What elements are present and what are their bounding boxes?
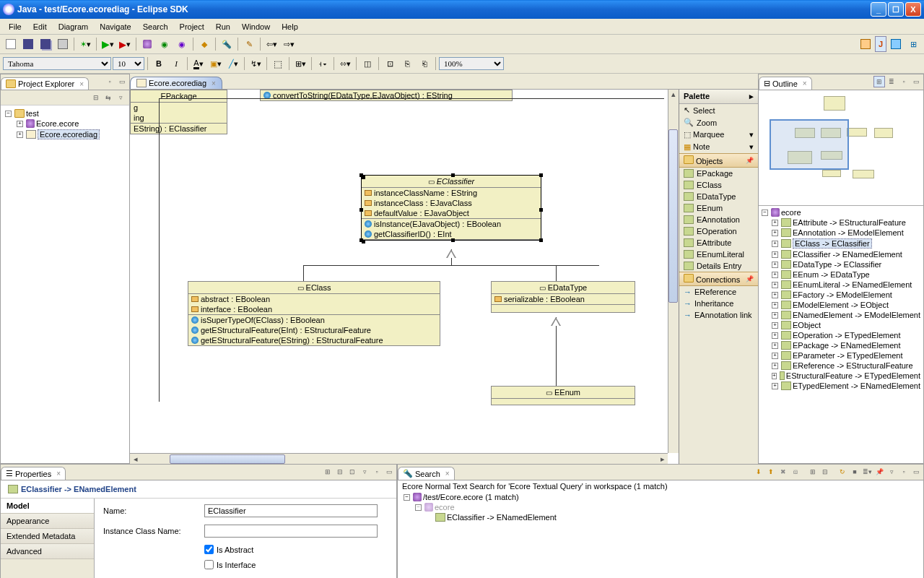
prop-tab-model[interactable]: Model (1, 499, 94, 514)
tree-node-label[interactable]: Ecore.ecorediag (38, 129, 100, 139)
prop-tab-extended-metadata[interactable]: Extended Metadata (1, 529, 94, 544)
arrange-button[interactable]: ⊞▾ (292, 56, 308, 72)
menu-help[interactable]: Help (276, 21, 304, 33)
vertical-scrollbar[interactable]: ▴ (668, 90, 679, 453)
expand-toggle[interactable]: + (772, 363, 778, 369)
uml-class-eclassifier[interactable]: ▭EClassifier instanceClassName : EString… (361, 175, 541, 241)
minimize-view-button[interactable]: ▫ (371, 466, 383, 478)
outline-item[interactable]: +EClass -> EClassifier (770, 238, 922, 249)
palette-objects-category[interactable]: Objects📌 (679, 153, 758, 168)
cancel-button[interactable]: ■ (849, 466, 860, 478)
palette-item-eattribute[interactable]: EAttribute (679, 237, 758, 249)
uml-class-edatatype[interactable]: ▭EDataType serializable : EBoolean (491, 281, 635, 313)
maximize-view-button[interactable]: ▭ (910, 76, 922, 87)
expand-toggle[interactable]: − (5, 111, 12, 117)
is-interface-checkbox[interactable] (204, 560, 214, 569)
attr-label[interactable]: instanceClass : EJavaClass (374, 199, 472, 207)
attr-label[interactable]: serializable : EBoolean (504, 295, 585, 303)
new-class-button[interactable]: ◉ (157, 36, 173, 52)
open-perspective-button[interactable] (858, 36, 873, 52)
close-button[interactable]: X (905, 2, 921, 17)
save-all-button[interactable] (38, 36, 53, 52)
expand-toggle[interactable]: + (772, 262, 778, 268)
palette-note[interactable]: ▦ Note▾ (679, 141, 758, 153)
link-editor-button[interactable]: ⇆ (103, 92, 114, 103)
expand-toggle[interactable]: + (772, 282, 778, 288)
palette-marquee[interactable]: ⬚ Marquee▾ (679, 129, 758, 141)
prop-tab-appearance[interactable]: Appearance (1, 514, 94, 529)
palette-item-inheritance[interactable]: →Inheritance (679, 298, 758, 309)
op-label[interactable]: getEStructuralFeature(EString) : EStruct… (201, 336, 383, 345)
history-button[interactable]: ≣▾ (861, 466, 873, 478)
select-tool-button[interactable]: ⬚ (270, 56, 286, 72)
minimize-button[interactable]: _ (871, 2, 886, 17)
expand-toggle[interactable]: + (772, 342, 778, 349)
pin-icon[interactable]: 📌 (746, 157, 754, 164)
expand-toggle[interactable]: + (17, 131, 23, 138)
distribute-button[interactable]: ⬄▾ (337, 56, 353, 72)
java-perspective[interactable]: J (875, 36, 886, 52)
op-label[interactable]: getEStructuralFeature(EInt) : EStructura… (201, 326, 371, 335)
class-name[interactable]: EEnum (554, 388, 580, 397)
print-button[interactable] (55, 36, 71, 52)
expand-toggle[interactable]: + (772, 332, 778, 339)
palette-item-eenum[interactable]: EEnum (679, 202, 758, 214)
expand-toggle[interactable]: + (772, 230, 778, 236)
expand-toggle[interactable]: + (772, 220, 778, 226)
team-sync-perspective[interactable] (888, 36, 904, 52)
expand-toggle[interactable]: + (772, 383, 778, 389)
menu-run[interactable]: Run (210, 21, 236, 33)
line-color-button[interactable]: ╱▾ (225, 56, 241, 72)
prop-tab-advanced[interactable]: Advanced (1, 544, 94, 559)
op-label[interactable]: isInstance(EJavaObject) : EBoolean (374, 220, 501, 228)
outline-tree[interactable]: −ecore +EAttribute -> EStructuralFeature… (759, 206, 923, 463)
attr-label[interactable]: g (134, 103, 138, 112)
outline-item[interactable]: +EAttribute -> EStructuralFeature (770, 217, 922, 228)
menu-project[interactable]: Project (174, 21, 210, 33)
new-interface-button[interactable]: ◉ (174, 36, 190, 52)
debug-button[interactable]: ✶▾ (77, 36, 93, 52)
next-match-button[interactable]: ⬇ (753, 466, 764, 478)
pin-button[interactable]: 📌 (873, 466, 885, 478)
copy-format-button[interactable]: ⎘ (399, 56, 415, 72)
class-name[interactable]: EClassifier (437, 177, 475, 186)
search-result[interactable]: EClassifier -> ENamedElement (447, 513, 557, 522)
op-label[interactable]: getClassifierID() : EInt (374, 230, 452, 238)
expand-toggle[interactable]: + (772, 292, 778, 298)
new-package-button[interactable] (139, 36, 155, 52)
uml-class-eenum[interactable]: ▭EEnum (491, 386, 635, 405)
outline-tree-button[interactable]: ≣ (886, 76, 897, 87)
outline-item[interactable]: +EFactory -> EModelElement (770, 290, 922, 300)
expand-toggle[interactable]: + (772, 312, 778, 319)
menu-search[interactable]: Search (137, 21, 174, 33)
expand-toggle[interactable]: + (772, 251, 778, 258)
filter-button[interactable]: ⊡ (346, 466, 358, 478)
chevron-right-icon[interactable]: ▸ (749, 92, 754, 101)
expand-toggle[interactable]: + (772, 353, 778, 359)
collapse-all-button[interactable]: ⊟ (90, 92, 102, 103)
back-button[interactable]: ⇦▾ (263, 36, 279, 52)
save-button[interactable] (20, 36, 36, 52)
font-select[interactable]: Tahoma (3, 57, 111, 70)
properties-tab[interactable]: ☰ Properties × (1, 467, 66, 480)
tree-node-label[interactable]: test (26, 109, 39, 118)
uml-class-eclass[interactable]: ▭EClass abstract : EBoolean interface : … (188, 281, 440, 346)
collapse-all-button[interactable]: ⊟ (819, 466, 831, 478)
outline-item[interactable]: +EStructuralFeature -> ETypedElement (770, 371, 922, 381)
pin-button[interactable]: ⊞ (322, 466, 334, 478)
menu-navigate[interactable]: Navigate (94, 21, 136, 33)
outline-item[interactable]: +EReference -> EStructuralFeature (770, 361, 922, 371)
minimize-view-button[interactable]: ▫ (898, 466, 910, 478)
close-icon[interactable]: × (212, 79, 216, 87)
palette-item-eclass[interactable]: EClass (679, 179, 758, 191)
class-name[interactable]: EDataType (548, 283, 587, 292)
search-button[interactable]: 🔦 (219, 36, 235, 52)
outline-item[interactable]: +ETypedElement -> ENamedElement (770, 381, 922, 391)
palette-header[interactable]: Palette▸ (679, 90, 758, 104)
outline-item[interactable]: +EPackage -> ENamedElement (770, 340, 922, 350)
fill-color-button[interactable]: ▣▾ (208, 56, 224, 72)
attr-label[interactable]: instanceClassName : EString (374, 189, 477, 197)
minimize-view-button[interactable]: ▫ (104, 76, 116, 87)
attr-label[interactable]: ing (134, 113, 144, 122)
expand-toggle[interactable]: + (772, 302, 778, 309)
